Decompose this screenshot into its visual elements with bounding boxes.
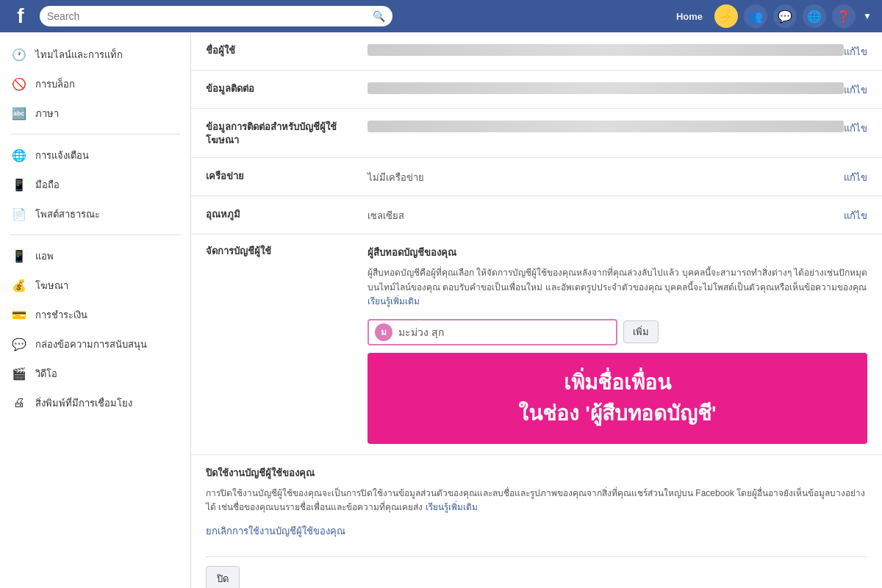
network-edit-link[interactable]: แก้ไข (844, 168, 867, 185)
support-icon: 💬 (10, 335, 28, 353)
deactivate-learn-more-link[interactable]: เรียนรู้เพิ่มเติม (426, 502, 478, 512)
search-input[interactable] (47, 10, 368, 22)
network-value: ไม่มีเครือข่าย (368, 168, 844, 185)
deactivate-section: ปิดใช้งานบัญชีผู้ใช้ของคุณ การปิดใช้งานบ… (191, 455, 882, 588)
deactivate-divider (206, 556, 867, 557)
contact-value (368, 82, 844, 94)
sidebar-item-notifications[interactable]: 🌐 การแจ้งเตือน (0, 140, 190, 170)
sidebar-item-label-apps: แอพ (35, 248, 54, 264)
legacy-section-header: จัดการบัญชีผู้ใช้ ผู้สืบทอดบัญชีของคุณ ผ… (206, 245, 867, 444)
sidebar-item-mobile[interactable]: 📱 มือถือ (0, 170, 190, 199)
lightning-icon-btn[interactable]: ⚡ (714, 4, 738, 28)
sidebar-item-support[interactable]: 💬 กล่องข้อความการสนับสนุน (0, 329, 190, 359)
pink-overlay-text-line2: ในช่อง 'ผู้สืบทอดบัญชี' (385, 398, 850, 429)
ads-icon: 💰 (10, 276, 28, 294)
legacy-learn-more-link[interactable]: เรียนรู้เพิ่มเติม (368, 296, 420, 306)
deactivate-desc-text: การปิดใช้งานบัญชีผู้ใช้ของคุณจะเป็นการปิ… (206, 488, 865, 512)
temperature-value: เซลเซียส (368, 207, 844, 223)
timeline-icon: 🕐 (10, 46, 28, 63)
ad-contact-row: ข้อมูลการติดต่อสำหรับบัญชีผู้ใช้โฆษณา แก… (191, 109, 882, 158)
sidebar-divider-1 (10, 134, 180, 135)
username-row: ชื่อผู้ใช้ แก้ไข (191, 32, 882, 71)
ad-contact-label: ข้อมูลการติดต่อสำหรับบัญชีผู้ใช้โฆษณา (206, 119, 368, 147)
sidebar-item-payments[interactable]: 💳 การชำระเงิน (0, 300, 190, 329)
username-value (368, 44, 844, 56)
sidebar-item-language[interactable]: 🔤 ภาษา (0, 98, 190, 128)
nav-dropdown-arrow[interactable]: ▼ (860, 11, 875, 21)
help-icon-btn[interactable]: ❓ (832, 4, 856, 28)
contact-edit-link[interactable]: แก้ไข (844, 81, 867, 98)
search-icon: 🔍 (373, 10, 385, 22)
legacy-contact-input[interactable] (398, 326, 610, 338)
contact-label: ข้อมูลติดต่อ (206, 81, 368, 96)
sidebar-item-label-language: ภาษา (35, 106, 59, 121)
sidebar-item-label-video: วิดีโอ (35, 366, 57, 381)
deactivate-account-link[interactable]: ยกเลิกการใช้งานบัญชีผู้ใช้ของคุณ (206, 523, 345, 539)
pink-overlay-annotation: เพิ่มชื่อเพื่อน ในช่อง 'ผู้สืบทอดบัญชี' (368, 353, 867, 444)
sidebar-item-print[interactable]: 🖨 สิ่งพิมพ์ที่มีการเชื่อมโยง (0, 388, 190, 417)
page-wrapper: 🕐 ไทมไลน์และการแท็ก 🚫 การบล็อก 🔤 ภาษา 🌐 … (0, 32, 882, 588)
settings-panel: ชื่อผู้ใช้ แก้ไข ข้อมูลติดต่อ แก้ไข ข้อม… (191, 32, 882, 588)
legacy-section-content: ผู้สืบทอดบัญชีของคุณ ผู้สืบทอดบัญชีคือผู… (368, 245, 867, 444)
legacy-desc: ผู้สืบทอดบัญชีคือผู้ที่คุณเลือก ให้จัดกา… (368, 266, 867, 309)
main-content: ชื่อผู้ใช้ แก้ไข ข้อมูลติดต่อ แก้ไข ข้อม… (191, 32, 882, 588)
legacy-title: ผู้สืบทอดบัญชีของคุณ (368, 245, 867, 260)
search-bar: 🔍 (40, 6, 392, 26)
sidebar-item-label-public-posts: โพสต์สาธารณะ (35, 207, 100, 222)
pink-overlay-text-line1: เพิ่มชื่อเพื่อน (385, 368, 850, 398)
sidebar-item-label-blocking: การบล็อก (35, 76, 75, 92)
contact-row: ข้อมูลติดต่อ แก้ไข (191, 71, 882, 109)
blocking-icon: 🚫 (10, 75, 28, 93)
temperature-edit-link[interactable]: แก้ไข (844, 207, 867, 223)
globe-icon-btn[interactable]: 🌐 (803, 4, 826, 28)
sidebar: 🕐 ไทมไลน์และการแท็ก 🚫 การบล็อก 🔤 ภาษา 🌐 … (0, 32, 191, 588)
video-icon: 🎬 (10, 365, 28, 382)
temperature-row: อุณหภูมิ เซลเซียส แก้ไข (191, 196, 882, 234)
sidebar-item-apps[interactable]: 📱 แอพ (0, 241, 190, 270)
username-label: ชื่อผู้ใช้ (206, 43, 368, 57)
public-posts-icon: 📄 (10, 205, 28, 223)
add-legacy-contact-button[interactable]: เพิ่ม (623, 320, 659, 343)
nav-right: Home ⚡ 👥 💬 🌐 ❓ ▼ (669, 0, 875, 32)
language-icon: 🔤 (10, 104, 28, 122)
apps-icon: 📱 (10, 247, 28, 265)
sidebar-divider-2 (10, 234, 180, 235)
sidebar-item-label-print: สิ่งพิมพ์ที่มีการเชื่อมโยง (35, 395, 132, 411)
print-icon: 🖨 (10, 394, 28, 412)
deactivate-desc: การปิดใช้งานบัญชีผู้ใช้ของคุณจะเป็นการปิ… (206, 487, 867, 514)
facebook-logo[interactable]: f (7, 3, 34, 29)
close-button[interactable]: ปิด (206, 566, 240, 588)
input-avatar: ม (375, 323, 392, 341)
ad-contact-edit-link[interactable]: แก้ไข (844, 119, 867, 136)
top-navigation: f 🔍 Home ⚡ 👥 💬 🌐 ❓ ▼ (0, 0, 882, 32)
sidebar-item-label-timeline: ไทมไลน์และการแท็ก (35, 47, 123, 62)
ad-contact-value (368, 121, 844, 132)
sidebar-item-label-notifications: การแจ้งเตือน (35, 148, 89, 163)
notifications-icon: 🌐 (10, 146, 28, 164)
temperature-label: อุณหภูมิ (206, 207, 368, 221)
sidebar-item-video[interactable]: 🎬 วิดีโอ (0, 359, 190, 388)
network-label: เครือข่าย (206, 168, 368, 183)
sidebar-item-ads[interactable]: 💰 โฆษณา (0, 270, 190, 300)
legacy-contact-section: จัดการบัญชีผู้ใช้ ผู้สืบทอดบัญชีของคุณ ผ… (191, 234, 882, 455)
legacy-section-label: จัดการบัญชีผู้ใช้ (206, 245, 368, 258)
legacy-desc-text: ผู้สืบทอดบัญชีคือผู้ที่คุณเลือก ให้จัดกา… (368, 268, 867, 292)
mobile-icon: 📱 (10, 176, 28, 193)
username-edit-link[interactable]: แก้ไข (844, 43, 867, 60)
sidebar-item-timeline[interactable]: 🕐 ไทมไลน์และการแท็ก (0, 40, 190, 69)
deactivate-title: ปิดใช้งานบัญชีผู้ใช้ของคุณ (206, 465, 867, 481)
sidebar-item-blocking[interactable]: 🚫 การบล็อก (0, 69, 190, 98)
network-row: เครือข่าย ไม่มีเครือข่าย แก้ไข (191, 158, 882, 196)
home-nav-link[interactable]: Home (669, 0, 710, 32)
sidebar-item-label-payments: การชำระเงิน (35, 307, 87, 323)
sidebar-item-public-posts[interactable]: 📄 โพสต์สาธารณะ (0, 199, 190, 229)
sidebar-item-label-mobile: มือถือ (35, 177, 60, 193)
messenger-icon-btn[interactable]: 💬 (773, 4, 797, 28)
sidebar-item-label-ads: โฆษณา (35, 278, 68, 293)
friends-icon-btn[interactable]: 👥 (744, 4, 767, 28)
sidebar-item-label-support: กล่องข้อความการสนับสนุน (35, 337, 147, 352)
payments-icon: 💳 (10, 306, 28, 323)
legacy-input-row: ม (368, 319, 617, 345)
